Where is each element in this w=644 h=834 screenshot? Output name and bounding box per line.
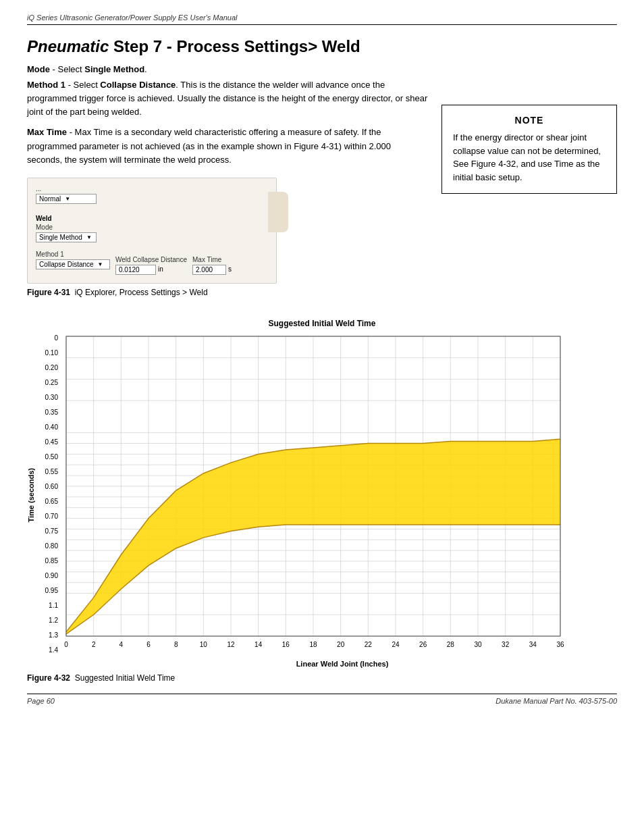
method-dropdown-arrow: ▼ [98, 261, 103, 267]
y-tick: 0.55 [36, 469, 58, 475]
chart-wrapper: Time (seconds) 1.41.31.21.10.950.900.850… [27, 332, 617, 658]
ui-collapse-input[interactable]: 0.0120 [115, 265, 156, 275]
ui-method-row: Method 1 Collapse Distance ▼ Weld Collap… [36, 251, 268, 275]
y-tick: 0 [36, 335, 58, 342]
y-tick: 0.85 [36, 558, 58, 565]
y-tick: 0.10 [36, 350, 58, 357]
svg-text:26: 26 [419, 641, 427, 648]
ui-normal-select[interactable]: Normal ▼ [36, 194, 97, 204]
maxtime-desc: Max Time is a secondary weld characteris… [27, 127, 391, 164]
page-container: iQ Series Ultrasonic Generator/Power Sup… [0, 0, 644, 834]
ui-method-label: Method 1 [36, 251, 110, 258]
svg-text:4: 4 [119, 641, 124, 648]
ui-filter-label: ... [36, 185, 268, 192]
figure32-caption: Figure 4-32 Suggested Initial Weld Time [27, 673, 617, 683]
ui-collapse-group: Weld Collapse Distance 0.0120 in [115, 256, 187, 275]
y-tick: 1.2 [36, 617, 58, 624]
svg-text:0: 0 [64, 641, 68, 648]
y-tick: 1.1 [36, 602, 58, 609]
page-title: Pneumatic Step 7 - Process Settings> Wel… [27, 37, 617, 56]
ui-method-select[interactable]: Collapse Distance ▼ [36, 259, 110, 269]
y-tick: 0.60 [36, 484, 58, 490]
svg-text:32: 32 [502, 641, 510, 648]
y-tick: 0.30 [36, 394, 58, 401]
svg-text:8: 8 [174, 641, 178, 648]
y-tick: 0.90 [36, 573, 58, 579]
chart-title: Suggested Initial Weld Time [27, 319, 617, 328]
figure31-text: iQ Explorer, Process Settings > Weld [75, 288, 208, 297]
chart-container: Suggested Initial Weld Time Time (second… [27, 319, 617, 668]
svg-text:22: 22 [365, 641, 373, 648]
svg-text:18: 18 [309, 641, 317, 648]
normal-dropdown-arrow: ▼ [65, 196, 70, 202]
note-title: NOTE [453, 115, 606, 126]
method-paragraph: Method 1 - Select Collapse Distance. Thi… [27, 78, 428, 119]
ui-mode-select[interactable]: Single Method ▼ [36, 232, 97, 242]
ui-collapse-unit: in [158, 265, 163, 273]
svg-text:6: 6 [146, 641, 151, 648]
figure31-caption: Figure 4-31 iQ Explorer, Process Setting… [27, 288, 428, 297]
svg-text:16: 16 [282, 641, 290, 648]
y-tick: 0.25 [36, 380, 58, 386]
mode-line: Mode - Select Single Method. [27, 64, 428, 74]
figure31-label: Figure 4-31 [27, 288, 70, 297]
right-col: NOTE If the energy director or shear joi… [441, 64, 617, 308]
svg-text:2: 2 [92, 641, 96, 648]
method-desc: This is the distance the welder will adv… [27, 80, 427, 117]
maxtime-paragraph: Max Time - Max Time is a secondary weld … [27, 126, 428, 166]
ui-maxtime-label: Max Time [192, 256, 232, 263]
y-tick: 0.80 [36, 543, 58, 550]
y-axis-label: Time (seconds) [27, 468, 35, 523]
ui-weld-label: Weld [36, 215, 268, 222]
y-tick: 0.20 [36, 365, 58, 371]
ui-screenshot: ... Normal ▼ Weld Mode Single Method ▼ M… [27, 178, 277, 284]
ui-maxtime-input[interactable]: 2.000 [192, 265, 226, 275]
ui-collapse-label: Weld Collapse Distance [115, 256, 187, 263]
x-axis-label: Linear Weld Joint (Inches) [68, 660, 617, 668]
note-body: If the energy director or shear joint co… [453, 131, 606, 184]
svg-text:10: 10 [200, 641, 208, 648]
footer-right: Dukane Manual Part No. 403-575-00 [495, 697, 617, 705]
footer-rule [27, 694, 617, 694]
header-rule [27, 24, 617, 25]
y-tick: 0.65 [36, 498, 58, 505]
svg-text:34: 34 [529, 641, 537, 648]
figure32-text: Suggested Initial Weld Time [75, 673, 176, 683]
y-tick: 0.40 [36, 424, 58, 431]
y-ticks: 1.41.31.21.10.950.900.850.800.750.700.65… [36, 332, 58, 656]
y-tick: 1.3 [36, 632, 58, 639]
ui-maxtime-unit: s [228, 265, 232, 273]
svg-text:30: 30 [474, 641, 482, 648]
svg-text:12: 12 [227, 641, 235, 648]
svg-text:14: 14 [254, 641, 263, 648]
svg-text:36: 36 [556, 641, 564, 648]
title-italic: Pneumatic [27, 37, 109, 55]
mode-dropdown-arrow: ▼ [86, 234, 92, 240]
content-columns: Mode - Select Single Method. Method 1 - … [27, 64, 617, 308]
y-tick: 0.70 [36, 513, 58, 520]
title-bold: Step 7 - Process Settings> Weld [109, 37, 360, 55]
ui-mode-label: Mode [36, 224, 268, 231]
left-col: Mode - Select Single Method. Method 1 - … [27, 64, 428, 308]
chart-svg-area: 024681012141618202224262830323436 [61, 332, 617, 658]
footer: Page 60 Dukane Manual Part No. 403-575-0… [27, 697, 617, 705]
header-text: iQ Series Ultrasonic Generator/Power Sup… [27, 14, 617, 22]
y-tick: 0.75 [36, 528, 58, 535]
y-tick: 0.45 [36, 439, 58, 446]
note-box: NOTE If the energy director or shear joi… [441, 105, 617, 194]
y-tick: 0.35 [36, 409, 58, 416]
ui-method-group: Method 1 Collapse Distance ▼ [36, 251, 110, 275]
y-tick: 0.50 [36, 454, 58, 461]
svg-text:28: 28 [447, 641, 455, 648]
y-tick: 1.4 [36, 647, 58, 654]
ui-maxtime-group: Max Time 2.000 s [192, 256, 232, 275]
figure32-label: Figure 4-32 [27, 673, 70, 683]
svg-text:20: 20 [337, 641, 345, 648]
svg-text:24: 24 [392, 641, 400, 648]
footer-left: Page 60 [27, 697, 55, 705]
chart-svg: 024681012141618202224262830323436 [61, 332, 567, 656]
y-tick: 0.95 [36, 588, 58, 594]
